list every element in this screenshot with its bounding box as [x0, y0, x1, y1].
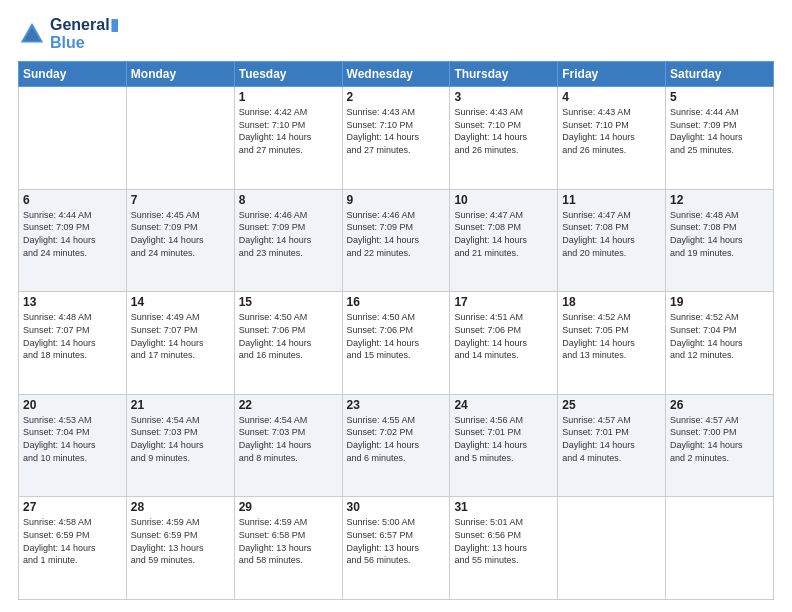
day-info: Sunrise: 4:48 AM Sunset: 7:08 PM Dayligh… — [670, 209, 769, 259]
calendar-cell: 23Sunrise: 4:55 AM Sunset: 7:02 PM Dayli… — [342, 394, 450, 497]
day-info: Sunrise: 4:42 AM Sunset: 7:10 PM Dayligh… — [239, 106, 338, 156]
day-info: Sunrise: 4:55 AM Sunset: 7:02 PM Dayligh… — [347, 414, 446, 464]
calendar-cell: 8Sunrise: 4:46 AM Sunset: 7:09 PM Daylig… — [234, 189, 342, 292]
calendar-cell: 15Sunrise: 4:50 AM Sunset: 7:06 PM Dayli… — [234, 292, 342, 395]
day-number: 2 — [347, 90, 446, 104]
day-number: 25 — [562, 398, 661, 412]
day-number: 19 — [670, 295, 769, 309]
day-info: Sunrise: 5:01 AM Sunset: 6:56 PM Dayligh… — [454, 516, 553, 566]
calendar-cell: 9Sunrise: 4:46 AM Sunset: 7:09 PM Daylig… — [342, 189, 450, 292]
day-number: 20 — [23, 398, 122, 412]
day-number: 7 — [131, 193, 230, 207]
day-info: Sunrise: 4:45 AM Sunset: 7:09 PM Dayligh… — [131, 209, 230, 259]
day-number: 8 — [239, 193, 338, 207]
day-info: Sunrise: 4:49 AM Sunset: 7:07 PM Dayligh… — [131, 311, 230, 361]
calendar-week-2: 6Sunrise: 4:44 AM Sunset: 7:09 PM Daylig… — [19, 189, 774, 292]
calendar-cell: 31Sunrise: 5:01 AM Sunset: 6:56 PM Dayli… — [450, 497, 558, 600]
day-number: 15 — [239, 295, 338, 309]
weekday-header-saturday: Saturday — [666, 62, 774, 87]
calendar-cell: 14Sunrise: 4:49 AM Sunset: 7:07 PM Dayli… — [126, 292, 234, 395]
calendar-cell: 11Sunrise: 4:47 AM Sunset: 7:08 PM Dayli… — [558, 189, 666, 292]
day-number: 30 — [347, 500, 446, 514]
day-info: Sunrise: 4:57 AM Sunset: 7:00 PM Dayligh… — [670, 414, 769, 464]
weekday-header-sunday: Sunday — [19, 62, 127, 87]
calendar-cell: 30Sunrise: 5:00 AM Sunset: 6:57 PM Dayli… — [342, 497, 450, 600]
calendar-cell: 26Sunrise: 4:57 AM Sunset: 7:00 PM Dayli… — [666, 394, 774, 497]
day-info: Sunrise: 4:52 AM Sunset: 7:04 PM Dayligh… — [670, 311, 769, 361]
day-number: 10 — [454, 193, 553, 207]
day-info: Sunrise: 4:59 AM Sunset: 6:58 PM Dayligh… — [239, 516, 338, 566]
weekday-header-thursday: Thursday — [450, 62, 558, 87]
calendar-cell: 1Sunrise: 4:42 AM Sunset: 7:10 PM Daylig… — [234, 87, 342, 190]
day-info: Sunrise: 4:48 AM Sunset: 7:07 PM Dayligh… — [23, 311, 122, 361]
weekday-header-friday: Friday — [558, 62, 666, 87]
day-info: Sunrise: 4:50 AM Sunset: 7:06 PM Dayligh… — [239, 311, 338, 361]
weekday-header-monday: Monday — [126, 62, 234, 87]
day-number: 9 — [347, 193, 446, 207]
day-info: Sunrise: 4:53 AM Sunset: 7:04 PM Dayligh… — [23, 414, 122, 464]
header: General▮ Blue — [18, 16, 774, 51]
calendar-cell: 13Sunrise: 4:48 AM Sunset: 7:07 PM Dayli… — [19, 292, 127, 395]
day-info: Sunrise: 4:47 AM Sunset: 7:08 PM Dayligh… — [454, 209, 553, 259]
day-number: 14 — [131, 295, 230, 309]
logo-text: General▮ Blue — [50, 16, 119, 51]
calendar-table: SundayMondayTuesdayWednesdayThursdayFrid… — [18, 61, 774, 600]
calendar-cell: 3Sunrise: 4:43 AM Sunset: 7:10 PM Daylig… — [450, 87, 558, 190]
day-number: 4 — [562, 90, 661, 104]
day-number: 3 — [454, 90, 553, 104]
day-number: 17 — [454, 295, 553, 309]
calendar-cell: 29Sunrise: 4:59 AM Sunset: 6:58 PM Dayli… — [234, 497, 342, 600]
logo-icon — [18, 20, 46, 48]
weekday-header-tuesday: Tuesday — [234, 62, 342, 87]
calendar-cell: 21Sunrise: 4:54 AM Sunset: 7:03 PM Dayli… — [126, 394, 234, 497]
calendar-cell: 28Sunrise: 4:59 AM Sunset: 6:59 PM Dayli… — [126, 497, 234, 600]
day-info: Sunrise: 4:44 AM Sunset: 7:09 PM Dayligh… — [23, 209, 122, 259]
day-number: 1 — [239, 90, 338, 104]
day-number: 11 — [562, 193, 661, 207]
calendar-week-1: 1Sunrise: 4:42 AM Sunset: 7:10 PM Daylig… — [19, 87, 774, 190]
day-number: 22 — [239, 398, 338, 412]
calendar-cell — [126, 87, 234, 190]
calendar-cell: 25Sunrise: 4:57 AM Sunset: 7:01 PM Dayli… — [558, 394, 666, 497]
day-info: Sunrise: 4:59 AM Sunset: 6:59 PM Dayligh… — [131, 516, 230, 566]
calendar-cell — [19, 87, 127, 190]
day-info: Sunrise: 4:54 AM Sunset: 7:03 PM Dayligh… — [239, 414, 338, 464]
calendar-cell: 16Sunrise: 4:50 AM Sunset: 7:06 PM Dayli… — [342, 292, 450, 395]
day-info: Sunrise: 4:47 AM Sunset: 7:08 PM Dayligh… — [562, 209, 661, 259]
day-info: Sunrise: 4:54 AM Sunset: 7:03 PM Dayligh… — [131, 414, 230, 464]
calendar-cell: 19Sunrise: 4:52 AM Sunset: 7:04 PM Dayli… — [666, 292, 774, 395]
calendar-cell — [666, 497, 774, 600]
calendar-cell: 20Sunrise: 4:53 AM Sunset: 7:04 PM Dayli… — [19, 394, 127, 497]
day-number: 18 — [562, 295, 661, 309]
calendar-cell: 18Sunrise: 4:52 AM Sunset: 7:05 PM Dayli… — [558, 292, 666, 395]
day-number: 23 — [347, 398, 446, 412]
calendar-week-4: 20Sunrise: 4:53 AM Sunset: 7:04 PM Dayli… — [19, 394, 774, 497]
day-number: 28 — [131, 500, 230, 514]
day-info: Sunrise: 4:57 AM Sunset: 7:01 PM Dayligh… — [562, 414, 661, 464]
day-info: Sunrise: 4:43 AM Sunset: 7:10 PM Dayligh… — [562, 106, 661, 156]
day-number: 16 — [347, 295, 446, 309]
logo: General▮ Blue — [18, 16, 119, 51]
day-number: 24 — [454, 398, 553, 412]
day-info: Sunrise: 4:43 AM Sunset: 7:10 PM Dayligh… — [347, 106, 446, 156]
calendar-cell: 7Sunrise: 4:45 AM Sunset: 7:09 PM Daylig… — [126, 189, 234, 292]
calendar-cell: 12Sunrise: 4:48 AM Sunset: 7:08 PM Dayli… — [666, 189, 774, 292]
day-info: Sunrise: 4:46 AM Sunset: 7:09 PM Dayligh… — [347, 209, 446, 259]
calendar-cell: 10Sunrise: 4:47 AM Sunset: 7:08 PM Dayli… — [450, 189, 558, 292]
day-info: Sunrise: 4:58 AM Sunset: 6:59 PM Dayligh… — [23, 516, 122, 566]
day-number: 13 — [23, 295, 122, 309]
day-number: 27 — [23, 500, 122, 514]
day-number: 31 — [454, 500, 553, 514]
calendar-header: SundayMondayTuesdayWednesdayThursdayFrid… — [19, 62, 774, 87]
day-info: Sunrise: 4:52 AM Sunset: 7:05 PM Dayligh… — [562, 311, 661, 361]
calendar-cell: 24Sunrise: 4:56 AM Sunset: 7:01 PM Dayli… — [450, 394, 558, 497]
day-info: Sunrise: 4:46 AM Sunset: 7:09 PM Dayligh… — [239, 209, 338, 259]
day-info: Sunrise: 5:00 AM Sunset: 6:57 PM Dayligh… — [347, 516, 446, 566]
calendar-cell — [558, 497, 666, 600]
day-info: Sunrise: 4:44 AM Sunset: 7:09 PM Dayligh… — [670, 106, 769, 156]
page: General▮ Blue SundayMondayTuesdayWednesd… — [0, 0, 792, 612]
day-number: 12 — [670, 193, 769, 207]
weekday-header-wednesday: Wednesday — [342, 62, 450, 87]
day-number: 5 — [670, 90, 769, 104]
calendar-cell: 2Sunrise: 4:43 AM Sunset: 7:10 PM Daylig… — [342, 87, 450, 190]
